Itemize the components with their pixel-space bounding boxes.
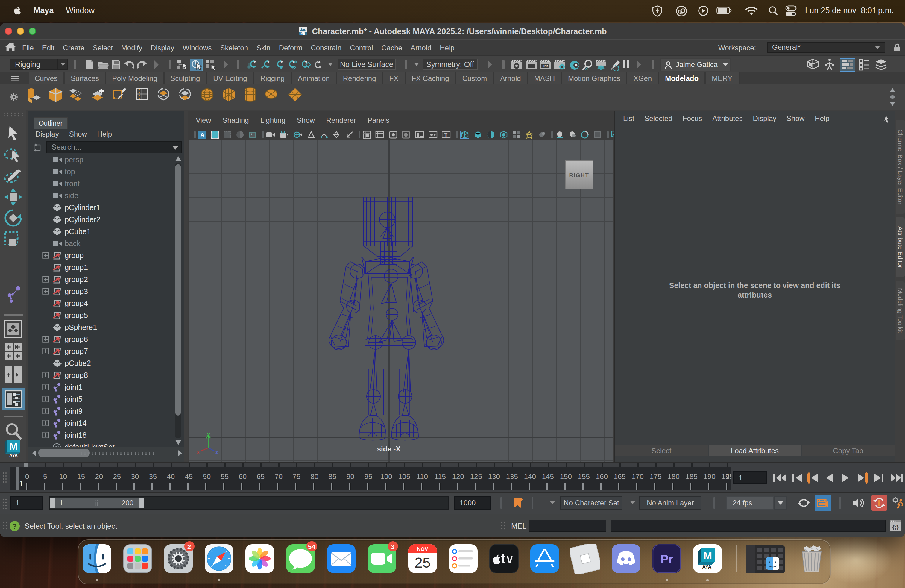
svg-text:x: x <box>585 66 588 71</box>
svg-text:{;}: {;} <box>892 524 899 530</box>
svg-text:M: M <box>9 441 17 452</box>
svg-text:Pr: Pr <box>660 553 673 566</box>
svg-text:T: T <box>445 132 448 138</box>
svg-text:NOV: NOV <box>417 547 428 552</box>
svg-text:AYA: AYA <box>9 453 18 458</box>
svg-text:IPR: IPR <box>543 64 548 68</box>
svg-text:y: y <box>207 431 210 437</box>
svg-text:M: M <box>703 550 712 561</box>
svg-text:MB: MB <box>301 32 306 35</box>
svg-text:25: 25 <box>414 555 430 571</box>
svg-text:A: A <box>200 132 205 138</box>
svg-text:AYA: AYA <box>702 564 711 569</box>
